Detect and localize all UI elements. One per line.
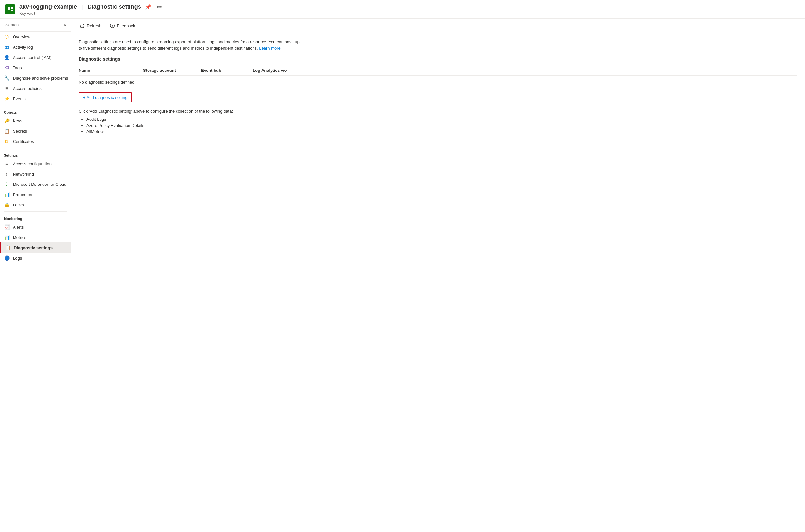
divider-objects <box>4 105 67 105</box>
sidebar-label-metrics: Metrics <box>13 235 26 240</box>
diagnostic-settings-table: Name Storage account Event hub Log Analy… <box>79 65 797 89</box>
sidebar-label-properties: Properties <box>13 192 32 197</box>
sidebar-label-events: Events <box>13 96 26 101</box>
sidebar-label-alerts: Alerts <box>13 225 23 230</box>
section-objects: Objects <box>0 107 71 116</box>
alerts-icon: 📈 <box>4 224 10 230</box>
logs-icon: 🔵 <box>4 255 10 261</box>
header-separator: | <box>81 3 83 10</box>
more-button[interactable]: ••• <box>155 3 163 11</box>
refresh-button[interactable]: Refresh <box>76 21 105 30</box>
sidebar-item-access-config[interactable]: ≡ Access configuration <box>0 158 71 169</box>
list-item-audit-logs: Audit Logs <box>86 116 797 122</box>
refresh-icon <box>79 23 85 28</box>
search-input[interactable] <box>3 21 61 29</box>
refresh-label: Refresh <box>87 23 101 28</box>
overview-icon: ⬡ <box>4 34 10 40</box>
toolbar: Refresh Feedback <box>71 19 805 33</box>
sidebar-label-activity-log: Activity log <box>13 45 33 50</box>
tags-icon: 🏷 <box>4 65 10 71</box>
sidebar-item-metrics[interactable]: 📊 Metrics <box>0 232 71 243</box>
sidebar-label-networking: Networking <box>13 172 34 176</box>
table-empty-message: No diagnostic settings defined <box>79 76 797 89</box>
keys-icon: 🔑 <box>4 118 10 124</box>
sidebar-item-access-policies[interactable]: ≡ Access policies <box>0 83 71 93</box>
sidebar-label-access-policies: Access policies <box>13 86 41 91</box>
collection-items-list: Audit Logs Azure Policy Evaluation Detai… <box>79 116 797 135</box>
access-policies-icon: ≡ <box>4 86 10 91</box>
access-control-icon: 👤 <box>4 54 10 60</box>
sidebar-item-logs[interactable]: 🔵 Logs <box>0 253 71 263</box>
description-text: Diagnostic settings are used to configur… <box>79 39 304 51</box>
diagnostic-icon: 📋 <box>5 245 11 250</box>
section-monitoring: Monitoring <box>0 213 71 222</box>
feedback-icon <box>110 23 115 28</box>
certificates-icon: 🖥 <box>4 138 10 144</box>
sidebar-item-access-control[interactable]: 👤 Access control (IAM) <box>0 52 71 62</box>
svg-rect-2 <box>11 10 13 11</box>
list-item-all-metrics: AllMetrics <box>86 129 797 135</box>
sidebar-item-defender[interactable]: 🛡 Microsoft Defender for Cloud <box>0 179 71 189</box>
svg-rect-0 <box>8 7 10 10</box>
events-icon: ⚡ <box>4 96 10 101</box>
locks-icon: 🔒 <box>4 202 10 208</box>
sidebar-item-events[interactable]: ⚡ Events <box>0 93 71 104</box>
pin-button[interactable]: 📌 <box>144 3 153 11</box>
activity-log-icon: ▦ <box>4 44 10 50</box>
divider-monitoring <box>4 211 67 212</box>
sidebar-label-logs: Logs <box>13 256 22 261</box>
sidebar-item-keys[interactable]: 🔑 Keys <box>0 116 71 126</box>
diagnose-icon: 🔧 <box>4 75 10 81</box>
sidebar-item-secrets[interactable]: 📋 Secrets <box>0 126 71 136</box>
collapse-button[interactable]: « <box>62 21 68 29</box>
sidebar-label-access-control: Access control (IAM) <box>13 55 52 60</box>
sidebar-item-alerts[interactable]: 📈 Alerts <box>0 222 71 232</box>
resource-icon <box>5 4 16 15</box>
sidebar-item-certificates[interactable]: 🖥 Certificates <box>0 136 71 147</box>
sidebar-label-access-config: Access configuration <box>13 162 52 166</box>
sidebar-item-overview[interactable]: ⬡ Overview <box>0 32 71 42</box>
sidebar-label-diagnose: Diagnose and solve problems <box>13 76 68 80</box>
defender-icon: 🛡 <box>4 181 10 187</box>
col-name: Name <box>79 68 143 73</box>
divider-settings <box>4 148 67 148</box>
content-area: Diagnostic settings are used to configur… <box>71 34 805 140</box>
sidebar-item-properties[interactable]: 📊 Properties <box>0 189 71 200</box>
feedback-label: Feedback <box>117 23 135 28</box>
col-storage: Storage account <box>143 68 201 73</box>
svg-rect-1 <box>11 7 13 9</box>
sidebar-label-locks: Locks <box>13 203 24 207</box>
access-config-icon: ≡ <box>4 161 10 167</box>
feedback-button[interactable]: Feedback <box>106 21 139 30</box>
section-title: Diagnostic settings <box>79 56 797 61</box>
sidebar-item-locks[interactable]: 🔒 Locks <box>0 200 71 210</box>
add-diagnostic-setting-button[interactable]: + Add diagnostic setting <box>79 92 132 102</box>
sidebar-label-overview: Overview <box>13 35 30 39</box>
header-title-container: akv-logging-example | Diagnostic setting… <box>19 3 163 16</box>
sidebar-item-activity-log[interactable]: ▦ Activity log <box>0 42 71 52</box>
section-settings: Settings <box>0 149 71 158</box>
sidebar: « ⬡ Overview ▦ Activity log 👤 Access con… <box>0 19 71 532</box>
learn-more-link[interactable]: Learn more <box>259 46 280 51</box>
table-bottom-divider <box>79 89 797 89</box>
header-title-main: akv-logging-example | Diagnostic setting… <box>19 3 163 11</box>
main-layout: « ⬡ Overview ▦ Activity log 👤 Access con… <box>0 19 805 532</box>
sidebar-item-diagnostic-settings[interactable]: 📋 Diagnostic settings <box>0 243 71 253</box>
metrics-icon: 📊 <box>4 234 10 240</box>
col-event-hub: Event hub <box>201 68 252 73</box>
sidebar-item-networking[interactable]: ↕ Networking <box>0 169 71 179</box>
secrets-icon: 📋 <box>4 128 10 134</box>
page-header: akv-logging-example | Diagnostic setting… <box>0 0 805 19</box>
list-item-policy-eval: Azure Policy Evaluation Details <box>86 122 797 129</box>
sidebar-label-defender: Microsoft Defender for Cloud <box>13 182 67 187</box>
sidebar-item-tags[interactable]: 🏷 Tags <box>0 62 71 73</box>
sidebar-label-certificates: Certificates <box>13 139 34 144</box>
col-log-analytics: Log Analytics wo <box>252 68 317 73</box>
table-header: Name Storage account Event hub Log Analy… <box>79 65 797 76</box>
resource-type: Key vault <box>19 11 163 16</box>
sidebar-label-tags: Tags <box>13 65 22 70</box>
resource-name: akv-logging-example <box>19 3 77 10</box>
collection-prompt: Click 'Add Diagnostic setting' above to … <box>79 109 797 114</box>
sidebar-item-diagnose[interactable]: 🔧 Diagnose and solve problems <box>0 73 71 83</box>
properties-icon: 📊 <box>4 192 10 197</box>
